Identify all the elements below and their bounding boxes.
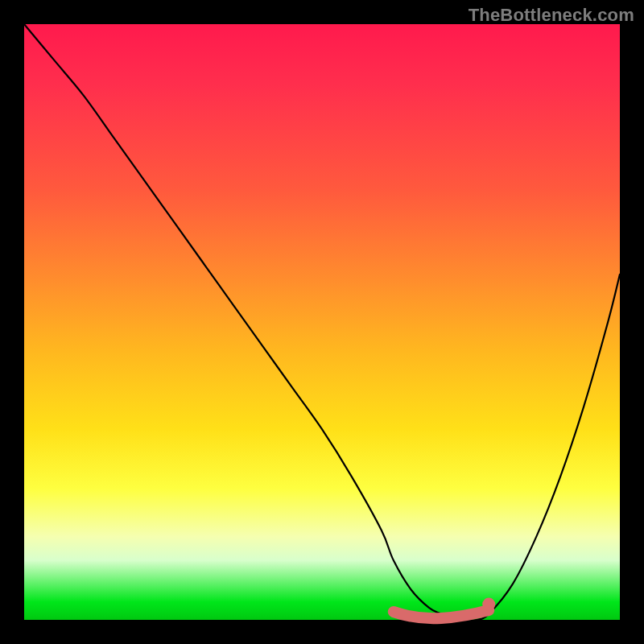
watermark-text: TheBottleneck.com bbox=[469, 5, 634, 26]
curve-svg bbox=[24, 24, 620, 620]
optimal-point-dot bbox=[482, 598, 495, 611]
optimal-range-marker bbox=[394, 610, 489, 618]
bottleneck-curve bbox=[24, 24, 620, 621]
chart-frame: TheBottleneck.com bbox=[0, 0, 644, 644]
plot-area bbox=[24, 24, 620, 620]
